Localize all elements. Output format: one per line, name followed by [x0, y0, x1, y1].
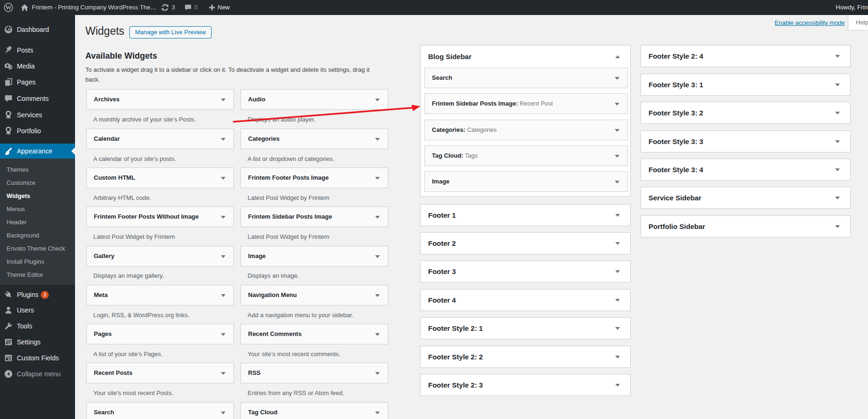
svg-text:W: W	[6, 4, 12, 11]
